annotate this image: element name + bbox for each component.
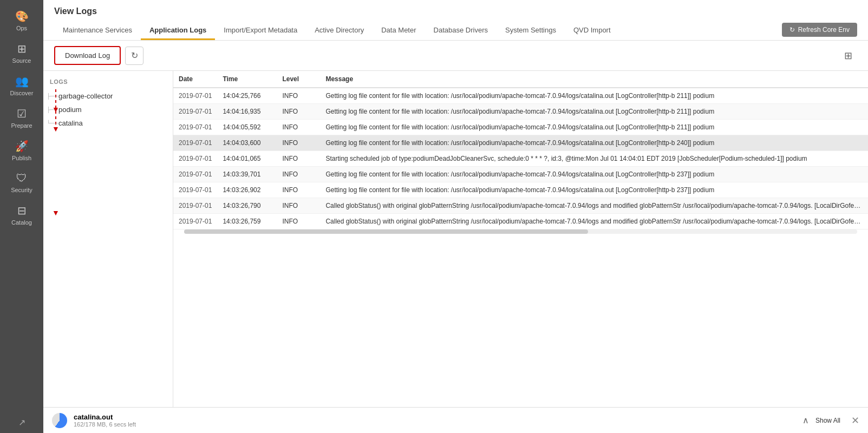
download-progress-icon xyxy=(52,413,67,428)
ops-icon: 🎨 xyxy=(15,10,29,23)
cell-level: INFO xyxy=(277,104,320,120)
cell-message: Getting log file content for file with l… xyxy=(320,135,868,151)
cell-message: Getting log file content for file with l… xyxy=(320,88,868,104)
tab-qvd-import[interactable]: QVD Import xyxy=(565,22,619,40)
tab-import-export[interactable]: Import/Export Metadata xyxy=(215,22,306,40)
horizontal-scrollbar[interactable] xyxy=(184,229,857,234)
download-status-bar: catalina.out 162/178 MB, 6 secs left ∧ S… xyxy=(43,407,868,433)
source-icon: ⊞ xyxy=(17,42,27,55)
table-row[interactable]: 2019-07-0114:03:39,701INFOGetting log fi… xyxy=(173,167,868,182)
cell-date: 2019-07-01 xyxy=(173,120,217,135)
download-chevron-icon[interactable]: ∧ xyxy=(802,415,809,425)
sidebar-item-prepare[interactable]: ☑ Prepare xyxy=(0,102,43,134)
cell-date: 2019-07-01 xyxy=(173,182,217,198)
cell-level: INFO xyxy=(277,151,320,167)
table-row[interactable]: 2019-07-0114:03:26,902INFOGetting log fi… xyxy=(173,182,868,198)
cell-message: Starting scheduled job of type:podiumDea… xyxy=(320,151,868,167)
cell-time: 14:04:03,600 xyxy=(217,135,277,151)
scrollbar-thumb[interactable] xyxy=(184,229,588,234)
page-title: View Logs xyxy=(54,6,857,16)
download-size: 162/178 MB, 6 secs left xyxy=(74,421,796,428)
log-table-wrapper: Date Time Level Message 2019-07-0114:04:… xyxy=(173,71,868,410)
grid-view-button[interactable]: ⊞ xyxy=(839,47,857,65)
sidebar-item-label: Catalog xyxy=(11,219,32,226)
cell-message: Getting log file content for file with l… xyxy=(320,167,868,182)
cell-level: INFO xyxy=(277,88,320,104)
cell-level: INFO xyxy=(277,214,320,229)
tree-header: LOGS xyxy=(43,76,173,89)
sidebar-item-label: Publish xyxy=(12,155,31,161)
sidebar-item-label: Discover xyxy=(10,90,34,96)
toolbar: Download Log ↻ ⊞ xyxy=(43,41,868,71)
tab-db-drivers[interactable]: Database Drivers xyxy=(425,22,497,40)
table-row[interactable]: 2019-07-0114:04:25,766INFOGetting log fi… xyxy=(173,88,868,104)
cell-time: 14:04:05,592 xyxy=(217,120,277,135)
cell-date: 2019-07-01 xyxy=(173,135,217,151)
cell-message: Getting log file content for file with l… xyxy=(320,120,868,135)
cell-date: 2019-07-01 xyxy=(173,151,217,167)
cell-message: Called globStatus() with original globPa… xyxy=(320,198,868,214)
cell-time: 14:03:26,790 xyxy=(217,198,277,214)
cell-level: INFO xyxy=(277,182,320,198)
table-row[interactable]: 2019-07-0114:04:01,065INFOStarting sched… xyxy=(173,151,868,167)
sidebar-item-ops[interactable]: 🎨 Ops xyxy=(0,4,43,37)
cell-time: 14:03:26,759 xyxy=(217,214,277,229)
tab-bar: Maintenance Services Application Logs Im… xyxy=(54,22,619,40)
download-log-button[interactable]: Download Log xyxy=(54,46,121,65)
cell-date: 2019-07-01 xyxy=(173,88,217,104)
grid-icon: ⊞ xyxy=(844,50,852,62)
cell-date: 2019-07-01 xyxy=(173,104,217,120)
table-row[interactable]: 2019-07-0114:04:16,935INFOGetting log fi… xyxy=(173,104,868,120)
download-info: catalina.out 162/178 MB, 6 secs left xyxy=(74,413,796,428)
sidebar-bottom: ↗ xyxy=(0,417,43,433)
cell-level: INFO xyxy=(277,198,320,214)
cell-time: 14:04:16,935 xyxy=(217,104,277,120)
tab-data-meter[interactable]: Data Meter xyxy=(373,22,425,40)
tree-item-podium[interactable]: podium xyxy=(43,103,173,116)
cell-message: Called globStatus() with original globPa… xyxy=(320,214,868,229)
arrow-down-bot: ▼ xyxy=(52,105,60,114)
cell-time: 14:03:39,701 xyxy=(217,167,277,182)
tab-maintenance[interactable]: Maintenance Services xyxy=(54,22,141,40)
expand-icon[interactable]: ↗ xyxy=(18,417,25,428)
table-row[interactable]: 2019-07-0114:04:03,600INFOGetting log fi… xyxy=(173,135,868,151)
cell-message: Getting log file content for file with l… xyxy=(320,104,868,120)
sidebar-item-discover[interactable]: 👥 Discover xyxy=(0,69,43,102)
download-filename: catalina.out xyxy=(74,413,796,421)
cell-date: 2019-07-01 xyxy=(173,214,217,229)
sidebar-item-security[interactable]: 🛡 Security xyxy=(0,167,43,199)
tab-app-logs[interactable]: Application Logs xyxy=(141,22,215,40)
table-row[interactable]: 2019-07-0114:03:26,790INFOCalled globSta… xyxy=(173,198,868,214)
download-close-button[interactable]: ✕ xyxy=(851,415,859,427)
main-content: View Logs Maintenance Services Applicati… xyxy=(43,0,868,433)
table-row[interactable]: 2019-07-0114:04:05,592INFOGetting log fi… xyxy=(173,120,868,135)
refresh-icon: ↻ xyxy=(131,50,138,61)
table-row[interactable]: 2019-07-0114:03:26,759INFOCalled globSta… xyxy=(173,214,868,229)
discover-icon: 👥 xyxy=(15,75,29,88)
sidebar-item-source[interactable]: ⊞ Source xyxy=(0,37,43,69)
arrow-down-mid: ▼ xyxy=(52,208,60,217)
refresh-core-env-button[interactable]: ↻ Refresh Core Env xyxy=(782,23,857,37)
log-table: Date Time Level Message 2019-07-0114:04:… xyxy=(173,71,868,229)
col-date: Date xyxy=(173,71,217,88)
prepare-icon: ☑ xyxy=(17,107,27,120)
tree-item-catalina[interactable]: catalina xyxy=(43,116,173,130)
catalog-icon: ⊟ xyxy=(17,204,27,217)
refresh-button[interactable]: ↻ xyxy=(125,47,143,65)
tab-sys-settings[interactable]: System Settings xyxy=(497,22,565,40)
cell-level: INFO xyxy=(277,135,320,151)
col-time: Time xyxy=(217,71,277,88)
arrow-down-top: ▼ xyxy=(52,124,60,133)
col-message: Message xyxy=(320,71,868,88)
cell-date: 2019-07-01 xyxy=(173,167,217,182)
show-all-button[interactable]: Show All xyxy=(815,417,840,424)
cell-time: 14:03:26,902 xyxy=(217,182,277,198)
sidebar-item-label: Ops xyxy=(16,25,27,31)
cell-time: 14:04:25,766 xyxy=(217,88,277,104)
content-area: LOGS ▼ ▼ ▼ garbage-collector podium cata… xyxy=(43,71,868,410)
tree-item-garbage-collector[interactable]: garbage-collector xyxy=(43,89,173,103)
sidebar-item-label: Security xyxy=(11,187,32,193)
sidebar-item-publish[interactable]: 🚀 Publish xyxy=(0,134,43,167)
tab-active-dir[interactable]: Active Directory xyxy=(306,22,373,40)
sidebar-item-catalog[interactable]: ⊟ Catalog xyxy=(0,199,43,231)
